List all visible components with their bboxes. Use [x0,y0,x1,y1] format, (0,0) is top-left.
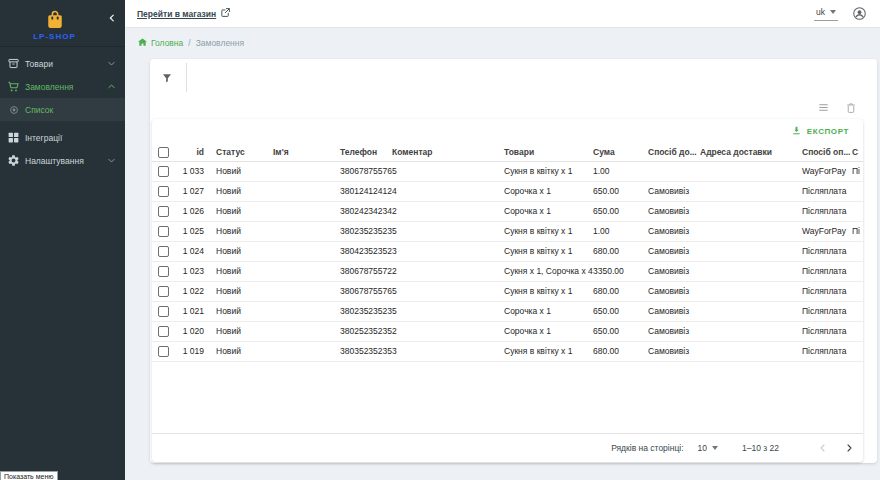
table-row[interactable]: 1 033Новий380678755765Сукня в квітку x 1… [152,161,863,181]
select-all-checkbox[interactable] [158,147,169,158]
export-button[interactable]: ЕКСПОРТ [791,125,849,138]
cell-sum: 3350.00 [587,261,642,281]
menu-tooltip: Показать меню [0,471,58,480]
rows-per-page-label: Рядків на сторінці: [611,443,683,453]
column-header-delivery[interactable]: Спосіб до... [642,144,694,161]
column-header-name[interactable]: Ім'я [267,144,334,161]
cell-sum: 1.00 [587,221,642,241]
cell-name [267,321,334,341]
column-header-status[interactable]: Статус [210,144,267,161]
pagination: Рядків на сторінці: 10 1–10 з 22 [152,433,863,462]
cell-id: 1 019 [176,341,210,361]
table-row[interactable]: 1 027Новий380124124124Сорочка x 1650.00С… [152,181,863,201]
cell-sum: 650.00 [587,321,642,341]
cell-payment: Післяплата [796,181,846,201]
column-header-payment[interactable]: Спосіб оп... [796,144,846,161]
row-checkbox[interactable] [158,306,169,317]
sidebar-item-products[interactable]: Товари [0,52,125,75]
shopping-bag-logo-icon [46,15,64,32]
sidebar-item-orders[interactable]: Замовлення [0,75,125,98]
go-to-shop-link[interactable]: Перейти в магазин [137,7,231,20]
cell-payment: Післяплата [796,261,846,281]
row-checkbox[interactable] [158,326,169,337]
home-icon [137,37,148,50]
cell-payment: WayForPay [796,161,846,181]
view-list-icon[interactable] [817,101,830,114]
breadcrumb-separator: / [188,38,190,48]
row-checkbox[interactable] [158,226,169,237]
table-empty-space [152,362,863,434]
content-area: ЕКСПОРТ idСтатусІм'яТелефонКоментарТовар… [125,58,880,463]
cell-id: 1 021 [176,301,210,321]
cell-payment: Післяплата [796,341,846,361]
cell-id: 1 025 [176,221,210,241]
cell-products: Сорочка x 1 [498,181,587,201]
cell-sum: 680.00 [587,281,642,301]
cell-name [267,301,334,321]
logo-text: LP-SHOP [33,32,76,41]
language-select[interactable]: uk [814,7,838,21]
table-row[interactable]: 1 024Новий380423523523Сукня в квітку x 1… [152,241,863,261]
table-row[interactable]: 1 020Новий380252352352Сорочка x 1650.00С… [152,321,863,341]
cell-products: Сорочка x 1 [498,201,587,221]
cell-phone: 380678755765 [334,281,386,301]
sidebar-item-list[interactable]: Список [0,98,125,121]
column-header-phone[interactable]: Телефон [334,144,386,161]
table-row[interactable]: 1 019Новий380352352353Сукня в квітку x 1… [152,341,863,361]
caret-down-icon [712,446,718,450]
row-checkbox[interactable] [158,266,169,277]
column-header-id[interactable]: id [176,144,210,161]
cell-delivery: Самовивіз [642,241,694,261]
orders-table-card: ЕКСПОРТ idСтатусІм'яТелефонКоментарТовар… [152,119,863,462]
sidebar-item-label: Інтеграції [25,133,116,143]
row-checkbox[interactable] [158,286,169,297]
prev-page-button[interactable] [817,442,829,454]
cell-status: Новий [210,281,267,301]
cell-phone: 380124124124 [334,181,386,201]
column-header-products[interactable]: Товари [498,144,587,161]
breadcrumb-home-link[interactable]: Головна [137,37,183,50]
rows-per-page-select[interactable]: 10 [698,443,718,453]
next-page-button[interactable] [843,442,855,454]
trash-icon[interactable] [845,102,857,114]
table-row[interactable]: 1 022Новий380678755765Сукня в квітку x 1… [152,281,863,301]
cell-address [694,321,796,341]
account-icon[interactable] [852,6,867,21]
row-checkbox[interactable] [158,346,169,357]
sidebar: LP-SHOP Товари [0,0,125,480]
table-row[interactable]: 1 021Новий380235235235Сорочка x 1650.00С… [152,301,863,321]
cell-id: 1 027 [176,181,210,201]
row-checkbox[interactable] [158,206,169,217]
cell-address [694,201,796,221]
cell-id: 1 022 [176,281,210,301]
cell-sum: 680.00 [587,341,642,361]
breadcrumb: Головна / Замовлення [125,28,880,58]
column-header-sum[interactable]: Сума [587,144,642,161]
filter-icon[interactable] [161,72,173,84]
cell-address [694,161,796,181]
column-header-address[interactable]: Адреса доставки [694,144,796,161]
row-checkbox[interactable] [158,186,169,197]
table-row[interactable]: 1 026Новий380242342342Сорочка x 1650.00С… [152,201,863,221]
sidebar-collapse-button[interactable] [107,9,117,19]
cell-sum: 1.00 [587,161,642,181]
cell-delivery: Самовивіз [642,201,694,221]
cell-status: Новий [210,221,267,241]
table-row[interactable]: 1 023Новий380678755722Сукня x 1, Сорочка… [152,261,863,281]
cell-status: Новий [210,181,267,201]
row-checkbox[interactable] [158,246,169,257]
sidebar-item-integrations[interactable]: Інтеграції [0,126,125,149]
sidebar-item-settings[interactable]: Налаштування [0,149,125,172]
orders-panel: ЕКСПОРТ idСтатусІм'яТелефонКоментарТовар… [150,59,877,463]
sidebar-header: LP-SHOP [0,0,125,47]
cell-comment [386,241,498,261]
table-row[interactable]: 1 025Новий380235235235Сукня в квітку x 1… [152,221,863,241]
cell-delivery: Самовивіз [642,281,694,301]
cell-sum: 650.00 [587,201,642,221]
cell-pay_status [846,341,863,361]
topbar-right: uk [814,6,867,21]
cell-sum: 650.00 [587,181,642,201]
row-checkbox[interactable] [158,166,169,177]
column-header-comment[interactable]: Коментар [386,144,498,161]
cell-comment [386,281,498,301]
